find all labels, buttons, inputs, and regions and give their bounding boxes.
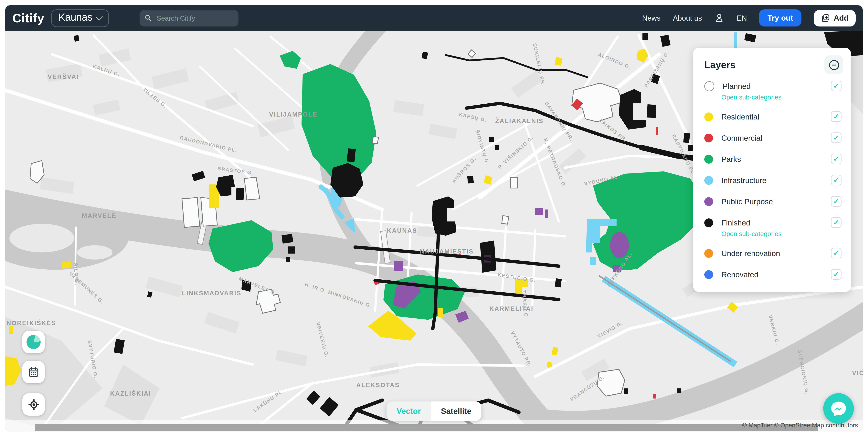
layer-checkbox-finished[interactable]: ✓ [831, 217, 841, 228]
map-label: KAZLIŠKIAI [110, 390, 151, 397]
citify-logo[interactable]: Citify [12, 11, 44, 25]
layers-list: Planned✓Open sub-categoriesResidential✓C… [693, 75, 851, 285]
layer-label-under-renovation: Under renovation [721, 249, 780, 258]
layer-checkbox-residential[interactable]: ✓ [831, 111, 841, 122]
layer-label-commercial: Commercial [721, 133, 762, 142]
map-label: KAUNAS [387, 227, 417, 234]
try-out-button[interactable]: Try out [759, 9, 801, 27]
layer-row-finished: Finished✓Open sub-categories [693, 212, 851, 243]
planned-swatch [704, 81, 714, 91]
layer-row-planned: Planned✓Open sub-categories [693, 75, 851, 106]
map-label: ŽALIAKALNIS [495, 117, 544, 124]
map-label: VIČIŪNAI [852, 370, 863, 377]
layer-label-renovated: Renovated [721, 270, 758, 279]
city-selector[interactable]: Kaunas [52, 9, 109, 27]
basemap-style-icon [27, 335, 41, 349]
add-button[interactable]: Add [814, 10, 856, 26]
nav-link-news[interactable]: News [642, 14, 660, 22]
parks-swatch [704, 155, 713, 163]
mode-satellite[interactable]: Satellite [431, 401, 481, 421]
residential-swatch [704, 112, 713, 121]
add-button-label: Add [834, 13, 848, 22]
layer-checkbox-public-purpose[interactable]: ✓ [831, 196, 841, 207]
map-label: NOREIKIŠKĖS [6, 319, 56, 326]
map-attribution[interactable]: © MapTiler © OpenStreetMap contributors [5, 419, 863, 431]
search-box[interactable] [140, 10, 239, 26]
map-label: NAUJAMIESTIS [420, 248, 474, 255]
layers-panel-title: Layers [704, 59, 736, 70]
public-purpose-swatch [704, 197, 713, 206]
layer-row-residential: Residential✓ [693, 106, 851, 127]
layer-row-commercial: Commercial✓ [693, 127, 851, 148]
circle-minus-icon [828, 59, 840, 70]
infrastructure-swatch [704, 176, 713, 185]
map-label: VERŠVAI [48, 73, 79, 80]
layer-row-under-renovation: Under renovation✓ [693, 243, 851, 264]
layer-row-public-purpose: Public Purpose✓ [693, 191, 851, 212]
messenger-icon [829, 398, 848, 418]
messenger-chat-button[interactable] [823, 393, 854, 424]
add-project-icon [821, 13, 830, 23]
locate-icon [28, 398, 40, 411]
map-label: VILIJAMPOLĖ [269, 111, 317, 118]
citify-app: Citify Kaunas News About us EN [0, 0, 868, 436]
layer-label-finished: Finished [721, 218, 750, 227]
layer-row-infrastructure: Infrastructure✓ [693, 169, 851, 191]
map-label: ALEKSOTAS [356, 381, 400, 388]
layer-checkbox-renovated[interactable]: ✓ [831, 269, 841, 280]
search-icon [145, 14, 151, 22]
layer-row-renovated: Renovated✓ [693, 264, 851, 285]
layer-label-public-purpose: Public Purpose [721, 197, 773, 206]
calendar-button[interactable] [22, 361, 45, 383]
layer-checkbox-planned[interactable]: ✓ [831, 81, 841, 91]
open-subcategories-planned[interactable]: Open sub-categories [721, 94, 841, 101]
layer-checkbox-parks[interactable]: ✓ [831, 154, 841, 164]
city-selector-label: Kaunas [59, 11, 92, 23]
layer-row-parks: Parks✓ [693, 148, 851, 169]
under-renovation-swatch [704, 249, 713, 258]
layer-label-parks: Parks [721, 155, 741, 163]
layers-panel: Layers Planned✓Open sub-categoriesReside… [693, 48, 851, 292]
map-label: LINKSMADVARIS [182, 290, 242, 297]
layer-label-residential: Residential [721, 112, 759, 121]
nav-link-about-us[interactable]: About us [673, 14, 702, 22]
open-subcategories-finished[interactable]: Open sub-categories [721, 230, 841, 237]
map-canvas[interactable]: VERŠVAIVILIJAMPOLĖŽALIAKALNISMARVELĖKAUN… [5, 31, 863, 431]
layer-checkbox-infrastructure[interactable]: ✓ [831, 175, 841, 185]
layer-checkbox-commercial[interactable]: ✓ [831, 132, 841, 143]
collapse-layers-button[interactable] [825, 55, 843, 74]
renovated-swatch [704, 270, 713, 279]
commercial-swatch [704, 133, 713, 142]
layer-label-infrastructure: Infrastructure [721, 176, 767, 185]
layer-checkbox-under-renovation[interactable]: ✓ [831, 248, 841, 258]
mode-vector[interactable]: Vector [386, 401, 431, 421]
calendar-icon [28, 366, 39, 378]
locate-button[interactable] [22, 393, 45, 415]
layer-label-planned: Planned [722, 82, 751, 90]
finished-swatch [704, 218, 713, 227]
basemap-mode-toggle: Vector Satellite [386, 401, 481, 421]
top-navbar: Citify Kaunas News About us EN [5, 5, 863, 31]
language-selector[interactable]: EN [737, 14, 747, 22]
user-account-icon[interactable] [714, 13, 724, 23]
map-label: MARVELĖ [82, 212, 116, 219]
search-input[interactable] [155, 14, 233, 22]
map-style-button[interactable] [22, 331, 45, 353]
chevron-down-icon [95, 13, 103, 20]
